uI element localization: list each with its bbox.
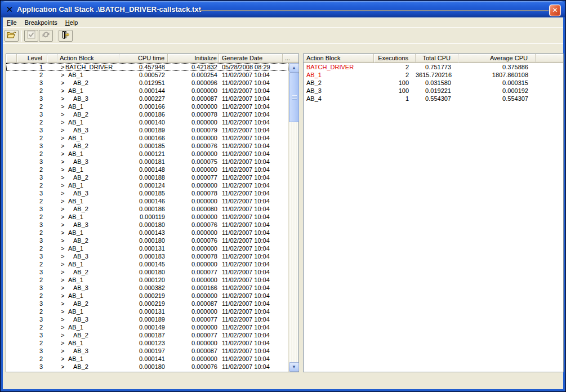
column-header-blank[interactable] — [47, 54, 57, 63]
table-row[interactable]: 3>AB_20.0129510.00009611/02/2007 10:04 — [6, 79, 288, 87]
table-row[interactable]: 2>AB_10.0001660.00000011/02/2007 10:04 — [6, 134, 288, 142]
menu-help[interactable]: Help — [61, 18, 82, 27]
cell-action-block: >AB_1 — [57, 213, 119, 221]
table-row[interactable]: 2>AB_10.0001310.00000011/02/2007 10:04 — [6, 244, 288, 252]
table-row[interactable]: 1>BATCH_DRIVER0.4579480.42183205/28/2008… — [6, 63, 288, 71]
menu-breakpoints[interactable]: Breakpoints — [21, 18, 61, 27]
table-row[interactable]: 2>AB_10.0001230.00000011/02/2007 10:04 — [6, 339, 288, 347]
column-header-level[interactable]: Level — [17, 54, 47, 63]
table-row[interactable]: 2>AB_10.0001460.00000011/02/2007 10:04 — [6, 197, 288, 205]
column-header-action-block[interactable]: Action Block — [304, 54, 374, 63]
table-row[interactable]: AB_31000.0192210.000192 — [304, 87, 563, 95]
summary-rows: BATCH_DRIVER20.7517730.375886AB_123615.7… — [304, 63, 563, 372]
exit-button[interactable] — [59, 30, 73, 42]
table-row[interactable]: 2>AB_10.0001240.00000011/02/2007 10:04 — [6, 181, 288, 189]
column-header-cpu-time[interactable]: CPU time — [119, 54, 168, 63]
table-row[interactable]: 3>AB_20.0002190.00008711/02/2007 10:04 — [6, 300, 288, 308]
table-row[interactable]: 2>AB_10.0001430.00000011/02/2007 10:04 — [6, 229, 288, 237]
table-row[interactable]: 3>AB_30.0001970.00008711/02/2007 10:04 — [6, 347, 288, 355]
call-stack-list: LevelAction BlockCPU timeInitializeGener… — [6, 54, 299, 372]
title-separator-line — [199, 10, 549, 11]
table-row[interactable]: 2>AB_10.0001450.00000011/02/2007 10:04 — [6, 260, 288, 268]
scroll-up-button[interactable]: ▲ — [289, 63, 299, 73]
table-row[interactable]: 2>AB_10.0001400.00000011/02/2007 10:04 — [6, 118, 288, 126]
cell-level: 2 — [17, 87, 47, 95]
column-header-total-cpu[interactable]: Total CPU — [416, 54, 458, 63]
cell-blank — [6, 284, 17, 292]
table-row[interactable]: 2>AB_10.0001490.00000011/02/2007 10:04 — [6, 323, 288, 331]
title-bar[interactable]: ✕ Application Call Stack .\BATCH_DRIVER-… — [1, 1, 565, 17]
cell-action-block: >AB_3 — [57, 158, 119, 166]
table-row[interactable]: 3>AB_30.0001890.00007911/02/2007 10:04 — [6, 126, 288, 134]
action-block-name: AB_1 — [65, 292, 83, 299]
table-row[interactable]: 3>AB_30.0001890.00007711/02/2007 10:04 — [6, 315, 288, 323]
column-header-blank[interactable] — [6, 54, 17, 63]
cell-blank — [47, 118, 57, 126]
table-row[interactable]: 2>AB_10.0005720.00025411/02/2007 10:04 — [6, 71, 288, 79]
table-row[interactable]: 3>AB_30.0002270.00008711/02/2007 10:04 — [6, 95, 288, 103]
action-block-name: AB_1 — [65, 103, 83, 110]
cell-blank — [47, 268, 57, 276]
breakpoint-check-button[interactable] — [24, 30, 38, 42]
table-row[interactable]: 2>AB_10.0001660.00000011/02/2007 10:04 — [6, 103, 288, 110]
open-file-button[interactable] — [5, 30, 19, 42]
scrollbar-thumb[interactable] — [289, 73, 299, 122]
table-row[interactable]: 3>AB_20.0001800.00007611/02/2007 10:04 — [6, 363, 288, 371]
cell-initialize: 0.000000 — [168, 229, 219, 237]
table-row[interactable]: 3>AB_20.0001800.00007711/02/2007 10:04 — [6, 268, 288, 276]
refresh-button[interactable] — [39, 30, 53, 42]
column-header-action-block[interactable]: Action Block — [57, 54, 119, 63]
table-row[interactable]: 2>AB_10.0001480.00000011/02/2007 10:04 — [6, 166, 288, 173]
action-block-name: AB_1 — [65, 198, 83, 204]
table-row[interactable]: AB_21000.0315800.000315 — [304, 79, 563, 87]
scroll-down-button[interactable]: ▼ — [289, 362, 299, 372]
column-header--[interactable]: ... — [283, 54, 298, 63]
table-row[interactable]: 2>AB_10.0001310.00000011/02/2007 10:04 — [6, 308, 288, 315]
table-row[interactable]: BATCH_DRIVER20.7517730.375886 — [304, 63, 563, 71]
table-row[interactable]: AB_123615.7202161807.860108 — [304, 71, 563, 79]
table-row[interactable]: 2>AB_10.0001410.00000011/02/2007 10:04 — [6, 355, 288, 363]
column-header-executions[interactable]: Executions — [374, 54, 416, 63]
cell-level: 3 — [17, 363, 47, 371]
cell-initialize: 0.000000 — [168, 118, 219, 126]
table-row[interactable]: 3>AB_20.0001880.00007711/02/2007 10:04 — [6, 173, 288, 181]
table-row[interactable]: 3>AB_30.0001850.00007811/02/2007 10:04 — [6, 189, 288, 197]
vertical-scrollbar[interactable]: ▲ ▼ — [288, 63, 298, 372]
table-row[interactable]: 2>AB_10.0001190.00000011/02/2007 10:04 — [6, 213, 288, 221]
arrow-indicator: > — [57, 134, 65, 142]
table-row[interactable]: AB_410.5543070.554307 — [304, 95, 563, 103]
cell-level: 2 — [17, 197, 47, 205]
menu-file[interactable]: File — [3, 18, 21, 27]
cell-generate-date: 11/02/2007 10:04 — [219, 292, 283, 300]
close-button[interactable]: ✕ — [549, 5, 561, 16]
arrow-indicator: > — [57, 166, 65, 173]
cell-blank — [47, 229, 57, 237]
table-row[interactable]: 2>AB_10.0001210.00000011/02/2007 10:04 — [6, 150, 288, 158]
table-row[interactable]: 3>AB_20.0001870.00007711/02/2007 10:04 — [6, 331, 288, 339]
cell-initialize: 0.000076 — [168, 221, 219, 229]
table-row[interactable]: 3>AB_20.0001800.00007611/02/2007 10:04 — [6, 237, 288, 244]
table-row[interactable]: 2>AB_10.0001200.00000011/02/2007 10:04 — [6, 276, 288, 284]
table-row[interactable]: 3>AB_20.0001860.00007811/02/2007 10:04 — [6, 110, 288, 118]
column-header-average-cpu[interactable]: Average CPU — [458, 54, 536, 63]
table-row[interactable]: 3>AB_30.0003820.00016611/02/2007 10:04 — [6, 284, 288, 292]
cell-initialize: 0.000000 — [168, 260, 219, 268]
table-row[interactable]: 3>AB_30.0001830.00007811/02/2007 10:04 — [6, 252, 288, 260]
column-header-generate-date[interactable]: Generate Date — [219, 54, 283, 63]
cell-initialize: 0.000000 — [168, 323, 219, 331]
table-row[interactable]: 3>AB_30.0001810.00007511/02/2007 10:04 — [6, 158, 288, 166]
cell-blank — [6, 173, 17, 181]
cell-initialize: 0.000077 — [168, 331, 219, 339]
table-row[interactable]: 3>AB_20.0001860.00008011/02/2007 10:04 — [6, 205, 288, 213]
cell-level: 2 — [17, 166, 47, 173]
table-row[interactable]: 2>AB_10.0001440.00000011/02/2007 10:04 — [6, 87, 288, 95]
table-row[interactable]: 3>AB_30.0001800.00007611/02/2007 10:04 — [6, 221, 288, 229]
refresh-icon — [42, 30, 50, 41]
table-row[interactable]: 3>AB_20.0001850.00007611/02/2007 10:04 — [6, 142, 288, 150]
column-header-blank[interactable] — [536, 54, 563, 63]
action-block-name: AB_2 — [65, 142, 88, 149]
cell-cpu-time: 0.000180 — [119, 268, 168, 276]
table-row[interactable]: 2>AB_10.0002190.00000011/02/2007 10:04 — [6, 292, 288, 300]
column-header-initialize[interactable]: Initialize — [168, 54, 219, 63]
cell-cpu-time: 0.000183 — [119, 252, 168, 260]
